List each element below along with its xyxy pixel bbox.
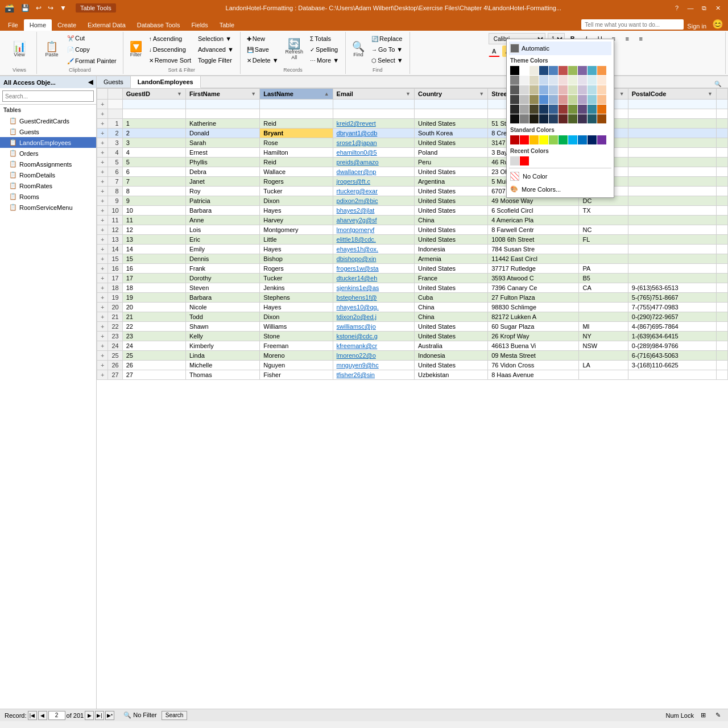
theme-color-cell[interactable] [510, 76, 519, 85]
email-cell[interactable]: srose1@japan [333, 138, 414, 148]
recent-color-cell[interactable] [520, 156, 529, 166]
search-btn[interactable]: Search [162, 711, 188, 720]
theme-color-cell[interactable] [530, 114, 539, 123]
email-cell[interactable]: dbishopo@xin [333, 254, 414, 264]
tab-file[interactable]: File [2, 19, 24, 31]
table-row[interactable]: + 12 12 Lois Montgomery lmontgomeryf Uni… [97, 225, 728, 235]
table-row[interactable]: + 3 3 Sarah Rose srose1@japan United Sta… [97, 138, 728, 148]
theme-color-cell[interactable] [597, 95, 606, 104]
email-cell[interactable]: sjenkins1e@as [333, 283, 414, 293]
email-cell[interactable]: ehamilton0@5 [333, 148, 414, 158]
totals-btn[interactable]: Σ Totals [307, 34, 342, 44]
spelling-btn[interactable]: ✓ Spelling [307, 44, 342, 55]
theme-color-cell[interactable] [520, 85, 529, 94]
table-row[interactable]: + 17 17 Dorothy Tucker dtucker14@eh Fran… [97, 274, 728, 283]
expand-cell[interactable]: + [97, 283, 108, 293]
email-cell[interactable]: bstephens1f@ [333, 293, 414, 303]
table-row[interactable]: + 25 25 Linda Moreno lmoreno22@o Indones… [97, 351, 728, 361]
expand-cell[interactable]: + [97, 235, 108, 245]
current-record-input[interactable] [48, 711, 65, 720]
expand-cell[interactable]: + [97, 303, 108, 312]
theme-color-cell[interactable] [510, 66, 519, 75]
table-row[interactable]: + 14 14 Emily Hayes ehayes1h@ox. Indones… [97, 245, 728, 254]
email-cell[interactable]: elittle18@cdc. [333, 235, 414, 245]
copy-btn[interactable]: 📄 Copy [64, 44, 119, 55]
save-quick-btn[interactable]: 💾 [19, 3, 32, 13]
cut-btn[interactable]: ✂️ Cut [64, 33, 119, 43]
expand-cell[interactable]: + [97, 187, 108, 196]
email-cell[interactable]: dtucker14@eh [333, 274, 414, 283]
theme-color-cell[interactable] [510, 85, 519, 94]
tab-guests[interactable]: Guests [97, 76, 131, 88]
add-row[interactable]: + [97, 100, 728, 109]
expand-cell[interactable]: + [97, 158, 108, 167]
ascending-btn[interactable]: ↑ Ascending [146, 34, 194, 44]
theme-color-cell[interactable] [559, 66, 568, 75]
expand-cell[interactable]: + [97, 254, 108, 264]
replace-btn[interactable]: 🔄 Replace [369, 34, 406, 44]
theme-color-cell[interactable] [539, 66, 548, 75]
email-cell[interactable]: kreid2@revert [333, 119, 414, 129]
expand-cell[interactable]: + [97, 264, 108, 274]
email-cell[interactable]: mnguyen9@hc [333, 361, 414, 370]
help-btn[interactable]: ? [671, 2, 682, 14]
nav-item-roomdetails[interactable]: 📋 RoomDetails [0, 169, 96, 180]
email-cell[interactable]: tdixon2o@ed.j [333, 312, 414, 322]
expand-cell[interactable]: + [97, 109, 108, 119]
theme-color-cell[interactable] [578, 66, 587, 75]
filter-btn[interactable]: 🔽 Filter [127, 40, 145, 59]
table-row[interactable]: + 9 9 Patricia Dixon pdixon2m@bic United… [97, 196, 728, 206]
nav-collapse-btn[interactable]: ◀ [88, 78, 93, 86]
table-row[interactable]: + 4 4 Ernest Hamilton ehamilton0@5 Polan… [97, 148, 728, 158]
maximize-btn[interactable]: ⧉ [698, 2, 710, 14]
table-row[interactable]: + 26 26 Michelle Nguyen mnguyen9@hc Unit… [97, 361, 728, 370]
theme-color-cell[interactable] [539, 95, 548, 104]
select-btn[interactable]: ⬡ Select ▼ [369, 55, 406, 65]
theme-color-cell[interactable] [588, 66, 597, 75]
col-header-firstname[interactable]: FirstName ▼ [186, 89, 260, 100]
email-cell[interactable]: frogers1w@sta [333, 264, 414, 274]
expand-cell[interactable]: + [97, 351, 108, 361]
col-header-guestid[interactable]: GuestID ▼ [122, 89, 185, 100]
theme-color-cell[interactable] [510, 95, 519, 104]
automatic-color-option[interactable]: Automatic [509, 42, 611, 55]
view-btn[interactable]: 📊 View [6, 40, 33, 59]
table-row[interactable]: + 18 18 Steven Jenkins sjenkins1e@as Uni… [97, 283, 728, 293]
toggle-filter-btn[interactable]: Toggle Filter [195, 55, 237, 65]
theme-color-cell[interactable] [510, 105, 519, 114]
email-cell[interactable]: tfisher26@sin [333, 370, 414, 380]
theme-color-cell[interactable] [597, 114, 606, 123]
theme-color-cell[interactable] [588, 105, 597, 114]
theme-color-cell[interactable] [549, 66, 558, 75]
expand-cell[interactable]: + [97, 293, 108, 303]
expand-cell[interactable]: + [97, 245, 108, 254]
expand-cell[interactable]: + [97, 177, 108, 187]
theme-color-cell[interactable] [559, 114, 568, 123]
undo-btn[interactable]: ↩ [34, 3, 44, 13]
email-cell[interactable]: lmoreno22@o [333, 351, 414, 361]
theme-color-cell[interactable] [597, 76, 606, 85]
theme-color-cell[interactable] [530, 66, 539, 75]
email-cell[interactable]: dwallacer@np [333, 167, 414, 177]
standard-color-cell[interactable] [568, 135, 577, 144]
tab-database-tools[interactable]: Database Tools [131, 19, 186, 31]
theme-color-cell[interactable] [568, 95, 577, 104]
nav-item-roomservicemenu[interactable]: 📋 RoomServiceMenu [0, 202, 96, 213]
theme-color-cell[interactable] [578, 76, 587, 85]
theme-color-cell[interactable] [578, 105, 587, 114]
table-row[interactable]: + 5 5 Phyllis Reid preids@amazo Peru 46 … [97, 158, 728, 167]
refresh-btn[interactable]: 🔄 RefreshAll [283, 37, 307, 62]
theme-color-cell[interactable] [549, 105, 558, 114]
datasheet[interactable]: GuestID ▼ FirstName ▼ LastName ▲ Email ▼… [97, 88, 728, 709]
expand-cell[interactable]: + [97, 274, 108, 283]
signin-btn[interactable]: Sign in [684, 22, 710, 31]
col-header-email[interactable]: Email ▼ [333, 89, 414, 100]
descending-btn[interactable]: ↓ Descending [146, 44, 194, 55]
table-row[interactable]: + 22 22 Shawn Williams swilliamsc@jo Uni… [97, 322, 728, 332]
table-row[interactable]: + 10 10 Barbara Hayes bhayes2@jlat Unite… [97, 206, 728, 216]
nav-item-guests[interactable]: 📋 Guests [0, 126, 96, 137]
theme-color-cell[interactable] [539, 85, 548, 94]
standard-color-cell[interactable] [588, 135, 597, 144]
theme-color-cell[interactable] [568, 105, 577, 114]
theme-color-cell[interactable] [559, 95, 568, 104]
